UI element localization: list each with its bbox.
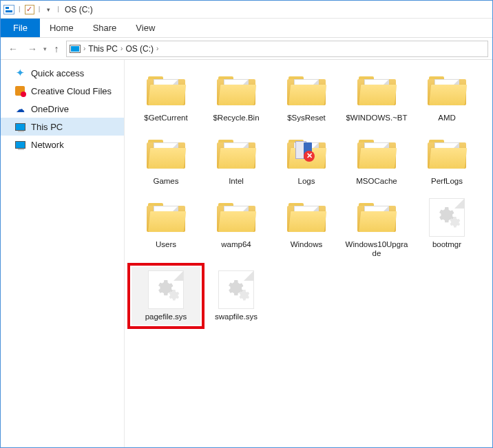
folder-item[interactable]: Windows10Upgrade xyxy=(342,195,411,262)
separator: l xyxy=(17,5,22,14)
item-label: Intel xyxy=(229,177,244,186)
folder-item[interactable]: $GetCurrent xyxy=(132,68,200,126)
item-label: $WINDOWS.~BT xyxy=(346,114,407,123)
item-label: AMD xyxy=(438,114,456,123)
body: ✦ Quick access Creative Cloud Files ☁ On… xyxy=(1,60,492,447)
folder-item[interactable]: AMD xyxy=(412,68,481,126)
item-label: PerfLogs xyxy=(431,177,463,186)
item-label: $Recycle.Bin xyxy=(213,114,259,123)
folder-item[interactable]: Intel xyxy=(202,131,271,189)
forward-button[interactable]: → xyxy=(24,43,41,54)
history-dropdown-icon[interactable]: ▾ xyxy=(43,45,47,52)
app-icon xyxy=(3,5,14,14)
system-file-icon xyxy=(143,270,189,310)
folder-icon xyxy=(423,71,470,111)
up-button[interactable]: ↑ xyxy=(50,43,63,54)
item-label: wamp64 xyxy=(221,240,251,250)
folder-icon: ✕ xyxy=(283,134,330,174)
tab-home[interactable]: Home xyxy=(40,19,83,37)
creative-cloud-icon xyxy=(14,85,25,96)
folder-item[interactable]: PerfLogs xyxy=(412,131,481,189)
sidebar-item-label: This PC xyxy=(31,122,63,132)
sidebar-item-onedrive[interactable]: ☁ OneDrive xyxy=(1,100,124,118)
sidebar-item-network[interactable]: Network xyxy=(1,136,124,153)
sidebar-item-quick-access[interactable]: ✦ Quick access xyxy=(1,64,124,82)
breadcrumb-segment[interactable]: This PC xyxy=(88,44,118,54)
sidebar-item-label: Quick access xyxy=(31,68,84,78)
folder-icon xyxy=(353,134,400,174)
folder-icon xyxy=(213,198,260,237)
file-list[interactable]: $GetCurrent$Recycle.Bin$SysReset$WINDOWS… xyxy=(125,60,492,447)
window-title: OS (C:) xyxy=(63,5,93,14)
folder-item[interactable]: MSOCache xyxy=(342,131,411,189)
folder-item[interactable]: $WINDOWS.~BT xyxy=(342,68,411,126)
breadcrumb-segment[interactable]: OS (C:) xyxy=(125,44,154,54)
navigation-pane: ✦ Quick access Creative Cloud Files ☁ On… xyxy=(1,60,125,447)
folder-icon xyxy=(143,134,189,174)
tab-view[interactable]: View xyxy=(126,19,165,37)
system-file-icon xyxy=(213,270,260,310)
star-icon: ✦ xyxy=(14,67,25,78)
onedrive-icon: ☁ xyxy=(14,103,25,114)
sidebar-item-creative-cloud[interactable]: Creative Cloud Files xyxy=(1,82,124,100)
item-label: $SysReset xyxy=(287,114,326,123)
folder-item[interactable]: Windows xyxy=(272,195,341,262)
this-pc-icon xyxy=(14,121,25,132)
item-label: Games xyxy=(153,177,178,186)
back-button[interactable]: ← xyxy=(5,43,21,54)
address-bar: ← → ▾ ↑ › This PC › OS (C:) › xyxy=(1,38,492,60)
network-icon xyxy=(14,139,25,150)
folder-icon xyxy=(283,71,330,111)
folder-item[interactable]: ✕Logs xyxy=(272,131,341,189)
folder-icon xyxy=(353,71,400,111)
folder-item[interactable]: $SysReset xyxy=(272,68,341,126)
folder-icon xyxy=(143,71,189,111)
item-label: bootmgr xyxy=(432,240,461,250)
item-label: swapfile.sys xyxy=(215,312,258,322)
sidebar-item-label: Network xyxy=(31,140,64,150)
item-label: Users xyxy=(156,240,176,250)
separator: l xyxy=(56,5,61,14)
folder-icon xyxy=(283,198,330,237)
item-label: pagefile.sys xyxy=(145,312,187,322)
sidebar-item-label: Creative Cloud Files xyxy=(31,86,112,96)
item-label: Windows xyxy=(291,240,323,250)
sidebar-item-label: OneDrive xyxy=(31,104,69,114)
file-menu-button[interactable]: File xyxy=(1,19,40,37)
folder-icon xyxy=(423,134,470,174)
qat-dropdown-icon[interactable]: ▾ xyxy=(44,6,53,13)
properties-qat-icon[interactable]: ✓ xyxy=(25,5,34,14)
sidebar-item-this-pc[interactable]: This PC xyxy=(1,118,124,136)
item-label: MSOCache xyxy=(356,177,397,186)
folder-item[interactable]: Users xyxy=(132,195,200,262)
folder-icon xyxy=(353,198,400,237)
file-item[interactable]: pagefile.sys xyxy=(132,267,200,325)
folder-icon xyxy=(143,198,189,237)
folder-icon xyxy=(213,134,260,174)
chevron-right-icon[interactable]: › xyxy=(120,45,123,52)
file-item[interactable]: swapfile.sys xyxy=(202,267,271,325)
file-item[interactable]: bootmgr xyxy=(412,195,481,262)
item-label: $GetCurrent xyxy=(144,114,187,123)
folder-item[interactable]: wamp64 xyxy=(202,195,271,262)
chevron-right-icon[interactable]: › xyxy=(83,45,85,52)
tab-share[interactable]: Share xyxy=(83,19,127,37)
item-label: Logs xyxy=(298,177,315,186)
this-pc-icon xyxy=(70,45,81,53)
folder-icon xyxy=(213,71,260,111)
folder-item[interactable]: Games xyxy=(132,131,200,189)
separator: l xyxy=(37,5,42,14)
ribbon-menu: File Home Share View xyxy=(1,19,492,38)
title-bar: l ✓ l ▾ l OS (C:) xyxy=(1,1,492,19)
chevron-right-icon[interactable]: › xyxy=(156,45,158,52)
folder-item[interactable]: $Recycle.Bin xyxy=(202,68,271,126)
system-file-icon xyxy=(423,198,470,237)
breadcrumb[interactable]: › This PC › OS (C:) › xyxy=(66,41,488,57)
item-label: Windows10Upgrade xyxy=(344,240,410,259)
explorer-window: l ✓ l ▾ l OS (C:) File Home Share View ←… xyxy=(0,0,493,448)
